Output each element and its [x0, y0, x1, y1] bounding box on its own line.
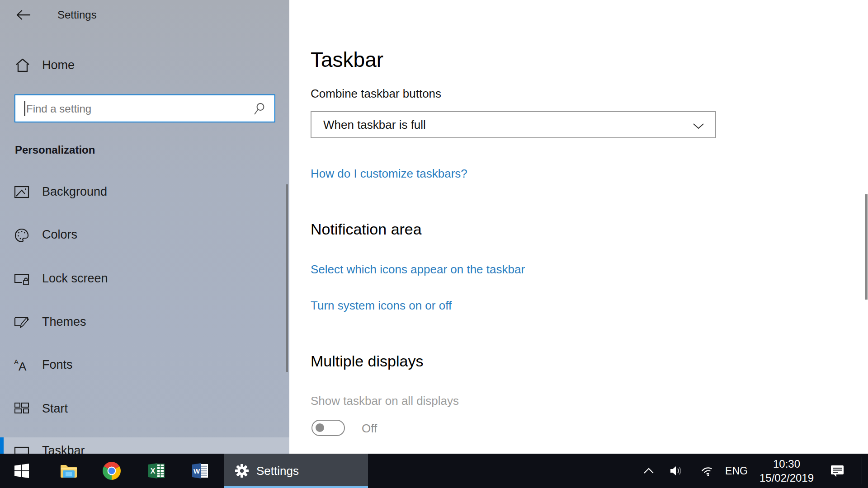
themes-pen-icon — [14, 315, 30, 330]
search-box — [14, 94, 275, 122]
system-icons-link[interactable]: Turn system icons on or off — [311, 299, 452, 313]
gear-icon — [235, 464, 249, 478]
sidebar-item-label: Home — [42, 58, 75, 72]
show-taskbar-all-displays-label: Show taskbar on all displays — [311, 394, 459, 408]
page-title: Taskbar — [311, 47, 383, 72]
notification-icon — [830, 464, 844, 478]
chrome-icon — [102, 461, 121, 480]
network-button[interactable] — [697, 454, 717, 488]
sidebar-item-label: Colors — [42, 228, 77, 242]
start-layout-icon — [14, 402, 29, 415]
sidebar-item-home[interactable]: Home — [0, 56, 289, 77]
fonts-aa-icon: AA — [14, 358, 26, 374]
sidebar-item-fonts[interactable]: AA Fonts — [0, 352, 289, 379]
system-taskbar: X W — [0, 454, 868, 488]
show-taskbar-all-displays-toggle[interactable] — [311, 420, 345, 436]
language-label: ENG — [725, 465, 748, 477]
svg-text:W: W — [193, 467, 200, 475]
sidebar-item-label: Taskbar — [42, 444, 85, 454]
content-scrollbar[interactable] — [865, 194, 868, 300]
toggle-knob — [316, 423, 324, 432]
combine-taskbar-buttons-select[interactable]: When taskbar is full — [311, 111, 716, 138]
chevron-down-icon — [693, 123, 704, 129]
taskbar-settings-label: Settings — [256, 464, 299, 478]
lock-screen-icon — [14, 272, 30, 286]
wifi-icon — [700, 465, 714, 477]
sidebar-item-start[interactable]: Start — [0, 395, 289, 422]
excel-button[interactable]: X — [142, 454, 170, 488]
file-explorer-button[interactable] — [55, 454, 83, 488]
picture-icon — [14, 185, 29, 199]
sidebar-item-label: Themes — [42, 315, 86, 329]
action-center-button[interactable] — [827, 454, 847, 488]
toggle-state-label: Off — [362, 422, 377, 436]
tray-chevron-up-button[interactable] — [639, 454, 659, 488]
arrow-left-icon — [15, 8, 33, 22]
select-icons-link[interactable]: Select which icons appear on the taskbar — [311, 263, 525, 277]
sidebar-item-lock-screen[interactable]: Lock screen — [0, 265, 289, 292]
window-title: Settings — [57, 9, 97, 21]
sidebar-item-themes[interactable]: Themes — [0, 309, 289, 336]
time-label: 10:30 — [773, 458, 800, 470]
sidebar-item-taskbar[interactable]: Taskbar — [0, 437, 289, 454]
main-content: Taskbar Combine taskbar buttons When tas… — [289, 0, 868, 454]
sidebar: Settings Home — [0, 0, 289, 454]
chevron-up-icon — [643, 467, 655, 474]
folder-icon — [60, 463, 78, 479]
multiple-displays-heading: Multiple displays — [311, 352, 423, 370]
start-button[interactable] — [8, 454, 36, 488]
house-icon — [15, 58, 30, 73]
speaker-icon — [670, 465, 683, 477]
settings-app: Settings Home — [0, 0, 868, 488]
sidebar-section-title: Personalization — [15, 144, 95, 156]
word-button[interactable]: W — [186, 454, 214, 488]
windows-logo-icon — [14, 463, 29, 479]
notification-area-heading: Notification area — [311, 221, 422, 238]
sidebar-item-label: Start — [42, 402, 68, 416]
settings-window: Settings Home — [0, 0, 868, 454]
word-icon: W — [191, 463, 209, 479]
clock[interactable]: 10:30 15/02/2019 — [756, 454, 817, 488]
sidebar-item-background[interactable]: Background — [0, 178, 289, 206]
sidebar-item-label: Background — [42, 185, 107, 199]
taskbar-rect-icon — [14, 444, 29, 454]
chrome-button[interactable] — [98, 454, 126, 488]
sidebar-item-colors[interactable]: Colors — [0, 221, 289, 249]
magnifier-icon — [253, 102, 266, 116]
excel-icon: X — [147, 463, 165, 479]
palette-icon — [14, 228, 29, 243]
sidebar-scrollbar[interactable] — [286, 184, 288, 372]
taskbar-settings-button[interactable]: Settings — [224, 454, 368, 488]
show-desktop-separator[interactable] — [862, 457, 862, 484]
customize-taskbars-link[interactable]: How do I customize taskbars? — [311, 167, 467, 181]
sidebar-item-label: Lock screen — [42, 272, 108, 286]
volume-button[interactable] — [666, 454, 686, 488]
svg-text:X: X — [151, 467, 156, 475]
back-button[interactable] — [15, 8, 33, 23]
combine-buttons-label: Combine taskbar buttons — [311, 87, 441, 101]
active-app-underline — [224, 486, 368, 488]
selected-option: When taskbar is full — [323, 118, 426, 132]
language-indicator[interactable]: ENG — [722, 454, 750, 488]
sidebar-item-label: Fonts — [42, 358, 73, 372]
search-input[interactable] — [25, 95, 253, 122]
date-label: 15/02/2019 — [760, 472, 814, 484]
selected-accent-bar — [0, 437, 4, 454]
